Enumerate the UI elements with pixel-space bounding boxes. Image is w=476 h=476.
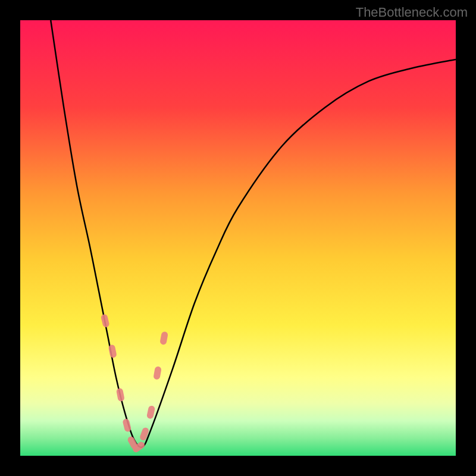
bottleneck-curve	[51, 20, 456, 447]
data-marker	[146, 405, 155, 419]
data-marker	[159, 331, 168, 346]
data-marker	[153, 366, 162, 380]
data-marker	[101, 314, 110, 328]
data-marker	[122, 418, 131, 433]
data-markers	[101, 314, 168, 453]
chart-svg	[20, 20, 456, 456]
data-marker	[108, 344, 117, 358]
data-marker	[139, 427, 150, 441]
data-marker	[116, 388, 125, 402]
chart-area	[20, 20, 456, 456]
watermark: TheBottleneck.com	[356, 5, 468, 20]
